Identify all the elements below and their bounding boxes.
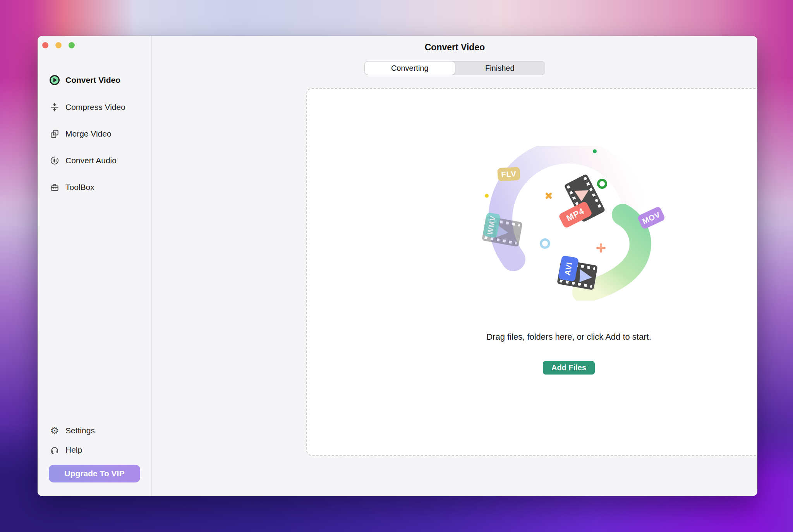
sidebar-item-label: Merge Video bbox=[65, 129, 112, 139]
play-triangle-icon bbox=[578, 268, 593, 284]
blue-ring-decoration bbox=[540, 238, 550, 249]
tab-converting[interactable]: Converting bbox=[365, 62, 455, 75]
convert-audio-icon bbox=[49, 155, 60, 166]
compress-video-icon bbox=[49, 102, 60, 113]
sidebar-item-label: Settings bbox=[65, 426, 95, 435]
add-files-button[interactable]: Add Files bbox=[543, 361, 595, 375]
sidebar-item-convert-audio[interactable]: Convert Audio bbox=[38, 150, 152, 171]
sidebar-item-label: Convert Audio bbox=[65, 156, 117, 165]
convert-video-icon bbox=[49, 75, 60, 86]
drop-hint-text: Drag files, folders here, or click Add t… bbox=[307, 332, 757, 342]
sidebar-item-compress-video[interactable]: Compress Video bbox=[38, 97, 152, 118]
sidebar-item-merge-video[interactable]: Merge Video bbox=[38, 123, 152, 144]
sidebar: Convert Video Compress Video Merge V bbox=[38, 36, 152, 496]
green-ring-decoration bbox=[597, 179, 607, 189]
converting-finished-tabs: Converting Finished bbox=[364, 61, 545, 75]
app-window: Convert Video Compress Video Merge V bbox=[38, 36, 757, 496]
upgrade-to-vip-button[interactable]: Upgrade To VIP bbox=[49, 465, 140, 482]
sidebar-item-settings[interactable]: ⚙ Settings bbox=[38, 422, 152, 439]
sidebar-item-help[interactable]: Help bbox=[38, 441, 152, 458]
formats-illustration: FLV MOV MP4 AVI WMV bbox=[475, 146, 669, 301]
page-title: Convert Video bbox=[152, 39, 757, 55]
sidebar-item-label: Help bbox=[65, 445, 82, 455]
tab-finished[interactable]: Finished bbox=[455, 62, 545, 75]
green-dot-decoration bbox=[593, 149, 597, 153]
sidebar-item-toolbox[interactable]: ToolBox bbox=[38, 177, 152, 198]
orange-plus-decoration bbox=[596, 243, 606, 253]
toolbox-icon bbox=[49, 182, 60, 193]
flv-format-badge: FLV bbox=[497, 167, 520, 181]
minimize-window-button[interactable] bbox=[55, 42, 62, 48]
yellow-dot-decoration bbox=[485, 194, 489, 198]
help-headset-icon bbox=[49, 445, 60, 455]
merge-video-icon bbox=[49, 128, 60, 139]
zoom-window-button[interactable] bbox=[69, 42, 75, 48]
close-window-button[interactable] bbox=[42, 42, 48, 48]
file-drop-zone[interactable]: FLV MOV MP4 AVI WMV Drag files, bbox=[306, 88, 757, 456]
sidebar-item-convert-video[interactable]: Convert Video bbox=[38, 70, 152, 91]
sidebar-item-label: Convert Video bbox=[65, 75, 120, 85]
settings-gear-icon: ⚙ bbox=[49, 425, 60, 436]
traffic-lights bbox=[42, 42, 75, 48]
sidebar-item-label: ToolBox bbox=[65, 183, 94, 192]
main-panel: Convert Video Converting Finished bbox=[152, 36, 757, 496]
orange-x-decoration bbox=[545, 192, 553, 200]
sidebar-item-label: Compress Video bbox=[65, 103, 125, 112]
